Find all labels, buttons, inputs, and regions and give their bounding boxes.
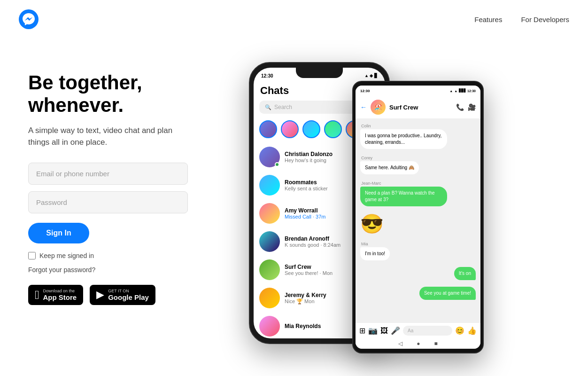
msg-row-4: Mia I'm in too! [360,242,476,264]
google-play-button[interactable]: ▶ GET IT ON Google Play [90,285,155,305]
msg-row-2: Corey Same here. Adulting 🙈 [360,156,476,178]
msg-bubble-5: It's on [454,267,476,280]
story-1[interactable] [259,120,277,138]
app-store-small: Download on the [43,289,77,293]
input-bar: ⊞ 📷 🖼 🎤 Aa 😊 👍 [356,322,480,338]
header-actions: 📞 🎥 [456,103,476,111]
google-play-icon: ▶ [96,289,104,301]
chat-input-android[interactable]: Aa [403,326,452,336]
avatar-6 [259,288,280,308]
google-play-text: GET IT ON Google Play [108,289,149,301]
msg-bubble-1: I was gonna be productive.. Laundry, cle… [360,129,447,149]
password-field-group [28,191,225,213]
android-nav: ◁ ● ■ [356,338,480,349]
msg-sender-2: Corey [361,156,476,160]
app-store-large: App Store [43,293,77,301]
android-status-bar: 12:30 ▲▲▊▊▊12:30 [356,86,480,96]
msg-sender-4: Mia [361,242,476,246]
iphone-status-icons: ▲ ◈ ▊ [364,73,378,78]
avatar-1 [259,147,280,167]
msg-bubble-3: Need a plan B? Wanna watch the game at 3… [360,187,447,206]
app-store-text: Download on the App Store [43,289,77,301]
android-status-icons: ▲▲▊▊▊12:30 [449,89,476,93]
email-input[interactable] [28,163,188,185]
story-3[interactable] [302,120,320,138]
emoji-icon[interactable]: 😊 [455,326,464,335]
sign-in-button[interactable]: Sign In [28,223,89,243]
app-store-button[interactable]:  Download on the App Store [28,285,83,305]
msg-sender-1: Colin [361,124,476,128]
apple-icon:  [35,289,39,301]
avatar-3 [259,203,280,224]
group-chat-header: ← 🏖️ Surf Crew 📞 🎥 [356,96,480,119]
nav-features[interactable]: Features [474,16,502,24]
mic-icon[interactable]: 🎤 [391,326,400,335]
subheadline: A simple way to text, video chat and pla… [28,125,188,149]
msg-row-6: See you at game time! [360,287,476,304]
android-mockup: 12:30 ▲▲▊▊▊12:30 ← 🏖️ Surf Crew 📞 🎥 [352,81,484,353]
phones-panel: 12:30 ▲ ◈ ▊ Chats 📷 ✏️ 🔍 Search [235,53,560,376]
image-icon[interactable]: 🖼 [380,327,388,335]
msg-sender-3: Jean-Marc [361,181,476,186]
search-icon: 🔍 [265,104,271,110]
android-back[interactable]: ◁ [398,340,402,347]
iphone-time: 12:30 [261,73,273,78]
story-4[interactable] [324,120,342,138]
android-screen: 12:30 ▲▲▊▊▊12:30 ← 🏖️ Surf Crew 📞 🎥 [356,86,480,349]
keep-signed-row: Keep me signed in [28,252,225,259]
msg-row-emoji: 😎 [360,213,476,239]
msg-bubble-4: I'm in too! [360,247,390,260]
iphone-notch [296,68,343,78]
svg-point-0 [19,9,39,29]
call-icon[interactable]: 📞 [456,103,464,111]
left-panel: Be together, whenever. A simple way to t… [28,53,225,305]
group-name: Surf Crew [389,104,452,111]
story-2[interactable] [281,120,299,138]
avatar-4 [259,231,280,252]
nav: Features For Developers [474,16,569,24]
msg-row-3: Jean-Marc Need a plan B? Wanna watch the… [360,181,476,210]
avatar-5 [259,259,280,280]
email-field-group [28,163,225,185]
video-icon[interactable]: 🎥 [468,103,476,111]
grid-icon[interactable]: ⊞ [359,326,365,335]
keep-signed-label: Keep me signed in [39,252,94,259]
msg-row-1: Colin I was gonna be productive.. Laundr… [360,124,476,153]
send-icon[interactable]: 👍 [467,326,477,335]
headline: Be together, whenever. [28,71,225,117]
chats-title: Chats [260,85,289,97]
nav-developers[interactable]: For Developers [521,16,569,24]
group-avatar: 🏖️ [371,100,386,115]
camera-icon-android[interactable]: 📷 [368,326,378,335]
msg-bubble-6: See you at game time! [419,287,476,300]
keep-signed-checkbox[interactable] [28,252,36,259]
msg-row-5: It's on [360,267,476,284]
google-play-large: Google Play [108,293,149,301]
emoji-bubble: 😎 [360,213,476,235]
logo [19,9,39,29]
search-placeholder: Search [274,104,292,110]
android-recent[interactable]: ■ [434,340,438,347]
avatar-7 [259,316,280,337]
store-buttons:  Download on the App Store ▶ GET IT ON … [28,285,225,305]
avatar-2 [259,175,280,196]
messages-area: Colin I was gonna be productive.. Laundr… [356,119,480,328]
google-play-small: GET IT ON [108,289,149,293]
android-home[interactable]: ● [417,340,420,347]
back-arrow[interactable]: ← [360,103,367,111]
forgot-password-link[interactable]: Forgot your password? [28,266,225,274]
msg-bubble-2: Same here. Adulting 🙈 [360,161,419,174]
password-input[interactable] [28,191,188,213]
android-time: 12:30 [360,89,370,93]
